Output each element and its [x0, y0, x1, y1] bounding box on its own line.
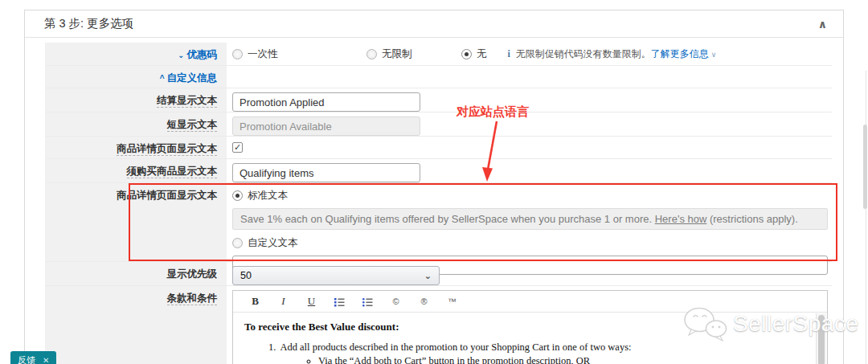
radio-icon [232, 238, 243, 248]
trademark-icon[interactable]: ™ [438, 297, 466, 306]
terms-rich-text-editor: B I U © ® ™ To receive the Best Value di… [232, 290, 828, 364]
detail-checkbox-label: 商品详情页面显示文本 [45, 137, 227, 158]
editor-scrollbar-thumb[interactable] [818, 315, 825, 364]
editor-toolbar: B I U © ® ™ [233, 291, 827, 313]
priority-select[interactable]: 50 ⌄ [232, 266, 440, 285]
learn-more-link[interactable]: 了解更多信息 [651, 47, 709, 61]
row-detail-display-text: 商品详情页面显示文本 标准文本 Save 1% each on Qualifyi… [45, 183, 832, 262]
short-text-input [232, 117, 420, 136]
learn-more-caret-icon: ∨ [711, 51, 717, 59]
heres-how-link[interactable]: Here's how [655, 213, 707, 225]
priority-select-value: 50 [240, 270, 252, 281]
ordered-list-icon[interactable] [326, 295, 354, 308]
radio-one-time[interactable]: 一次性 [232, 47, 366, 61]
coupon-info: i 无限制促销代码没有数量限制。 了解更多信息 ∨ [508, 47, 717, 61]
row-checkout-text: 结算显示文本 [45, 88, 832, 112]
chevron-down-icon: ⌄ [178, 51, 184, 59]
row-terms: 条款和条件 B I U © ® ™ To receive the Best Va… [45, 286, 832, 364]
row-custom-info: ^自定义信息 [45, 66, 832, 88]
row-short-text: 短显示文本 [45, 112, 832, 137]
row-coupon-code: ⌄优惠码 一次性 无限制 无 i 无限制促销代码没有数量限制。 了解更多信息 ∨ [45, 43, 832, 66]
annotation-text: 对应站点语言 [457, 104, 529, 120]
qualifying-text-input[interactable] [232, 163, 420, 182]
coupon-code-label[interactable]: ⌄优惠码 [45, 43, 227, 65]
editor-body[interactable]: To receive the Best Value discount: 1. A… [233, 313, 827, 364]
chevron-up-icon: ^ [160, 74, 165, 83]
feedback-close-icon[interactable]: ✕ [43, 356, 49, 364]
underline-icon[interactable]: U [297, 295, 326, 308]
editor-scrollbar[interactable] [816, 313, 826, 364]
collapse-chevron-icon[interactable]: ∧ [818, 18, 827, 31]
radio-icon [232, 49, 243, 59]
radio-standard-text[interactable]: 标准文本 [232, 189, 288, 202]
detail-page-checkbox[interactable]: ✓ [232, 142, 243, 153]
page-scrollbar-thumb[interactable] [863, 125, 867, 209]
radio-custom-text[interactable]: 自定义文本 [232, 236, 298, 250]
italic-icon[interactable]: I [269, 295, 297, 308]
radio-unlimited[interactable]: 无限制 [366, 47, 461, 61]
terms-item-1: 1. Add all products described in the pro… [268, 342, 803, 354]
step3-panel: 第 3 步: 更多选项 ∧ ⌄优惠码 一次性 无限制 无 i 无限制促销代码没有… [24, 10, 844, 364]
feedback-label: 反馈 [18, 354, 35, 364]
bold-icon[interactable]: B [241, 295, 269, 308]
radio-icon [232, 190, 243, 201]
info-icon: i [508, 48, 510, 60]
terms-subitem-1: Via the “Add both to Cart” button in the… [318, 355, 803, 364]
step3-header: 第 3 步: 更多选项 ∧ [25, 10, 843, 38]
detail-checkbox-content: ✓ [227, 137, 832, 158]
custom-info-label[interactable]: ^自定义信息 [45, 66, 227, 88]
qualifying-text-content [227, 159, 832, 182]
radio-none[interactable]: 无 [461, 47, 487, 61]
checkout-text-content [227, 88, 832, 112]
feedback-button[interactable]: 反馈 ✕ [10, 351, 56, 364]
terms-heading: To receive the Best Value discount: [244, 321, 803, 333]
radio-icon [366, 49, 377, 59]
row-detail-checkbox: 商品详情页面显示文本 ✓ [45, 137, 832, 159]
terms-label: 条款和条件 [45, 286, 227, 364]
detail-display-text-label: 商品详情页面显示文本 [45, 183, 227, 261]
coupon-info-text: 无限制促销代码没有数量限制。 [516, 47, 651, 61]
terms-content: B I U © ® ™ To receive the Best Value di… [227, 286, 832, 364]
short-text-label: 短显示文本 [45, 112, 227, 136]
checkout-text-input[interactable] [232, 92, 420, 112]
display-priority-label: 显示优先级 [45, 262, 227, 285]
step3-title: 第 3 步: 更多选项 [44, 16, 133, 31]
custom-info-content [227, 66, 832, 88]
bullet-list-icon[interactable] [354, 295, 382, 308]
copyright-icon[interactable]: © [382, 297, 410, 306]
display-priority-content: 50 ⌄ [227, 262, 832, 285]
qualifying-text-label: 须购买商品显示文本 [45, 159, 227, 182]
coupon-code-options: 一次性 无限制 无 i 无限制促销代码没有数量限制。 了解更多信息 ∨ [227, 43, 832, 65]
detail-display-text-content: 标准文本 Save 1% each on Qualifying items of… [227, 183, 832, 261]
page-scrollbar-track [866, 71, 866, 364]
row-display-priority: 显示优先级 50 ⌄ [45, 262, 832, 286]
checkout-text-label: 结算显示文本 [45, 88, 227, 112]
form-rows: ⌄优惠码 一次性 无限制 无 i 无限制促销代码没有数量限制。 了解更多信息 ∨… [45, 43, 832, 364]
standard-text-preview: Save 1% each on Qualifying items offered… [232, 208, 828, 230]
registered-icon[interactable]: ® [410, 297, 438, 306]
select-caret-icon: ⌄ [424, 271, 432, 281]
short-text-content [227, 112, 832, 136]
row-qualifying-text: 须购买商品显示文本 [45, 159, 832, 183]
radio-icon [461, 49, 472, 59]
